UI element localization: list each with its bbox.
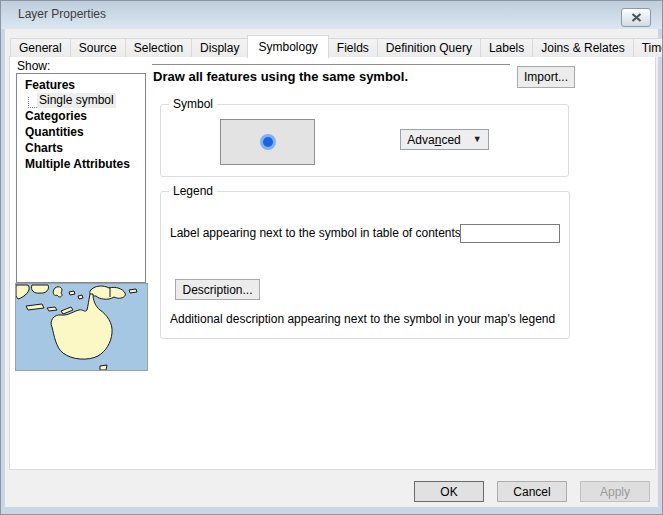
layer-properties-dialog: Layer Properties General Source Selectio…: [0, 0, 663, 515]
symbology-tab-page: Show: Features Single symbol Categories …: [9, 56, 656, 470]
tree-item-features[interactable]: Features: [17, 77, 145, 93]
advanced-dropdown-button[interactable]: Advanced ▼: [400, 129, 489, 150]
tab-symbology[interactable]: Symbology: [247, 35, 328, 58]
renderer-description: Draw all features using the same symbol.: [153, 69, 408, 84]
apply-button[interactable]: Apply: [580, 481, 650, 502]
title-bar[interactable]: Layer Properties: [1, 1, 662, 29]
ok-button[interactable]: OK: [414, 481, 484, 502]
tree-item-multiple-attributes[interactable]: Multiple Attributes: [17, 156, 145, 172]
cancel-button[interactable]: Cancel: [497, 481, 567, 502]
show-label: Show:: [17, 59, 50, 73]
tree-item-single-symbol[interactable]: Single symbol: [17, 93, 145, 108]
window-title: Layer Properties: [18, 1, 106, 28]
tree-item-categories[interactable]: Categories: [17, 108, 145, 124]
tab-display[interactable]: Display: [191, 38, 248, 57]
tab-general[interactable]: General: [10, 38, 71, 57]
tab-fields[interactable]: Fields: [328, 38, 378, 57]
advanced-label: Advanced: [407, 133, 460, 147]
tab-selection[interactable]: Selection: [125, 38, 192, 57]
close-button[interactable]: [621, 8, 651, 27]
window-frame-right: [658, 29, 662, 514]
window-frame-left: [1, 29, 5, 514]
point-symbol-icon: [257, 131, 279, 153]
import-button[interactable]: Import...: [517, 66, 575, 88]
tab-strip: General Source Selection Display Symbolo…: [10, 34, 663, 57]
map-preview: [15, 283, 148, 371]
header-divider: [152, 64, 510, 65]
close-icon: [631, 13, 642, 22]
tab-definition-query[interactable]: Definition Query: [377, 38, 481, 57]
legend-label-input[interactable]: [460, 224, 560, 243]
tree-item-quantities[interactable]: Quantities: [17, 124, 145, 140]
legend-label-text: Label appearing next to the symbol in ta…: [170, 226, 464, 240]
symbol-button[interactable]: [220, 119, 315, 165]
symbol-group-title: Symbol: [169, 97, 217, 111]
legend-additional-text: Additional description appearing next to…: [170, 312, 555, 326]
dropdown-arrow-icon: ▼: [473, 135, 482, 144]
window-frame-bottom: [1, 507, 662, 514]
tree-item-charts[interactable]: Charts: [17, 140, 145, 156]
tree-connector-icon: [28, 97, 37, 108]
legend-group-title: Legend: [169, 184, 217, 198]
tab-source[interactable]: Source: [70, 38, 126, 57]
tab-labels[interactable]: Labels: [480, 38, 533, 57]
renderer-tree: Features Single symbol Categories Quanti…: [16, 73, 146, 283]
description-button[interactable]: Description...: [175, 279, 260, 300]
map-preview-image: [16, 284, 147, 370]
tab-time[interactable]: Time: [633, 38, 663, 57]
tab-joins-relates[interactable]: Joins & Relates: [532, 38, 633, 57]
